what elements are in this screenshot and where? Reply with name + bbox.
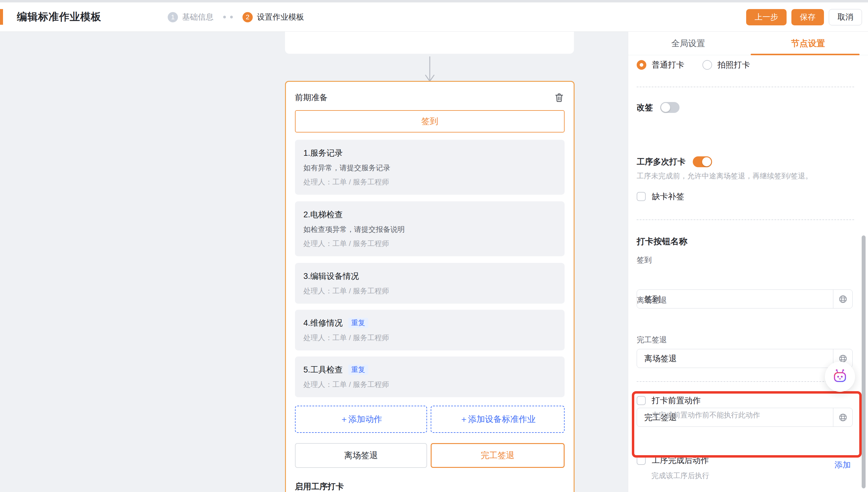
toggle-knob	[702, 157, 711, 166]
action-1-index: 1.	[304, 148, 310, 158]
action-item-4[interactable]: 4. 维修情况 重复 处理人：工单 / 服务工程师	[295, 310, 564, 350]
header-actions: 上一步 保存 取消	[746, 2, 862, 32]
action-item-3[interactable]: 3. 编辑设备情况 处理人：工单 / 服务工程师	[295, 263, 564, 304]
cancel-button[interactable]: 取消	[829, 9, 862, 25]
action-2-desc: 如检查项异常，请提交报备说明	[304, 225, 556, 234]
multi-punch-label: 工序多次打卡	[637, 156, 686, 167]
action-1-name: 服务记录	[310, 148, 343, 158]
assistant-fab[interactable]	[825, 362, 855, 392]
action-item-1[interactable]: 1. 服务记录 如有异常，请提交服务记录 处理人：工单 / 服务工程师	[295, 140, 564, 195]
signout-buttons-row: 离场签退 完工签退	[295, 443, 564, 468]
window-top-strip	[0, 0, 868, 2]
node-card-preparation[interactable]: 前期准备 签到 1. 服务记录 如有异常，请提交服务记录	[285, 81, 575, 492]
step-dots	[223, 16, 233, 18]
action-5-title-row: 5. 工具检查 重复	[304, 364, 556, 375]
field-label-leave: 离场签退	[637, 295, 854, 305]
makeup-sign-row: 缺卡补签	[637, 191, 854, 202]
action-2-title-row: 2. 电梯检查	[304, 209, 556, 220]
step-1-basic-info[interactable]: 1 基础信息	[168, 12, 213, 22]
multi-punch-desc: 工序未完成前，允许中途离场签退，再继续签到/签退。	[637, 171, 854, 181]
punch-type-radio-group: 普通打卡 拍照打卡	[637, 59, 854, 70]
post-action-label: 工序完成后动作	[652, 455, 709, 466]
multi-punch-setting-row: 工序多次打卡	[637, 156, 854, 167]
tab-global-settings-label: 全局设置	[672, 38, 705, 49]
pre-action-label: 打卡前置动作	[652, 395, 701, 406]
multi-punch-toggle[interactable]	[693, 156, 712, 167]
action-5-handler: 处理人：工单 / 服务工程师	[304, 380, 556, 389]
node-title: 前期准备	[295, 92, 327, 103]
sidebar-tabs: 全局设置 节点设置	[628, 32, 868, 55]
action-5-repeat-tag: 重复	[348, 365, 368, 375]
post-action-checkbox[interactable]	[637, 456, 646, 465]
action-1-handler: 处理人：工单 / 服务工程师	[304, 177, 556, 187]
step-indicator: 1 基础信息 2 设置作业模板	[168, 2, 304, 32]
field-label-finish: 完工签退	[637, 335, 854, 345]
action-4-handler: 处理人：工单 / 服务工程师	[304, 333, 556, 343]
post-action-desc: 完成该工序后执行	[652, 471, 854, 481]
node-footer-title: 启用工序打卡	[295, 481, 564, 492]
action-3-title-row: 3. 编辑设备情况	[304, 271, 556, 281]
action-2-index: 2.	[304, 210, 310, 219]
title-accent-bar	[0, 9, 3, 25]
step-1-circle: 1	[168, 12, 178, 22]
reissue-label: 改签	[637, 102, 653, 113]
step-2-set-template[interactable]: 2 设置作业模板	[242, 12, 304, 22]
save-button[interactable]: 保存	[791, 9, 824, 25]
tab-node-settings-label: 节点设置	[791, 38, 825, 49]
tab-node-settings[interactable]: 节点设置	[748, 32, 868, 55]
delete-node-button[interactable]	[554, 92, 564, 103]
leave-name-field	[637, 349, 852, 368]
settings-sidebar: 全局设置 节点设置 普通打卡 拍照打卡 改签 工序多次	[628, 32, 868, 492]
add-buttons-row: ＋添加动作 ＋添加设备标准作业	[295, 406, 564, 433]
trash-icon	[554, 92, 564, 103]
reissue-toggle[interactable]	[660, 102, 680, 113]
leave-signout-button[interactable]: 离场签退	[295, 443, 427, 468]
makeup-sign-checkbox[interactable]	[637, 192, 646, 201]
leave-name-input[interactable]	[637, 349, 833, 368]
radio-selected-icon	[637, 60, 646, 70]
radio-normal-punch[interactable]: 普通打卡	[637, 59, 684, 70]
action-4-name: 维修情况	[310, 318, 343, 328]
action-5-index: 5.	[304, 365, 310, 375]
action-4-repeat-tag: 重复	[348, 318, 368, 328]
pre-action-row: 打卡前置动作	[637, 395, 854, 406]
action-4-title-row: 4. 维修情况 重复	[304, 318, 556, 328]
vertical-scrollbar[interactable]	[862, 236, 866, 488]
action-item-5[interactable]: 5. 工具检查 重复 处理人：工单 / 服务工程师	[295, 356, 564, 397]
action-1-title-row: 1. 服务记录	[304, 148, 556, 158]
radio-photo-punch[interactable]: 拍照打卡	[703, 59, 750, 70]
action-2-handler: 处理人：工单 / 服务工程师	[304, 239, 556, 248]
radio-unselected-icon	[703, 60, 712, 70]
checkin-button[interactable]: 签到	[295, 110, 564, 132]
finish-signout-button[interactable]: 完工签退	[431, 443, 564, 468]
flow-canvas: 前期准备 签到 1. 服务记录 如有异常，请提交服务记录	[0, 32, 628, 492]
prev-step-button[interactable]: 上一步	[746, 9, 787, 25]
radio-photo-punch-label: 拍照打卡	[717, 59, 750, 70]
step-1-label: 基础信息	[182, 12, 213, 22]
previous-node-card-partial[interactable]	[285, 32, 574, 54]
button-names-heading: 打卡按钮名称	[637, 236, 854, 247]
step-2-circle: 2	[242, 12, 253, 22]
makeup-sign-label: 缺卡补签	[652, 191, 684, 202]
reissue-setting-row: 改签	[637, 102, 854, 113]
divider	[637, 381, 854, 382]
action-item-2[interactable]: 2. 电梯检查 如检查项异常，请提交报备说明 处理人：工单 / 服务工程师	[295, 201, 564, 256]
step-2-label: 设置作业模板	[257, 12, 304, 22]
post-action-add-link[interactable]: 添加	[835, 460, 851, 470]
action-3-name: 编辑设备情况	[310, 271, 359, 281]
action-2-name: 电梯检查	[310, 209, 343, 220]
action-1-desc: 如有异常，请提交服务记录	[304, 163, 556, 173]
post-action-row: 工序完成后动作	[637, 455, 854, 466]
page-header: 编辑标准作业模板 1 基础信息 2 设置作业模板 上一步 保存 取消	[0, 2, 868, 32]
field-label-checkin: 签到	[637, 255, 854, 265]
add-action-button[interactable]: ＋添加动作	[295, 406, 427, 433]
page-title: 编辑标准作业模板	[17, 10, 101, 24]
divider	[637, 87, 854, 87]
tab-global-settings[interactable]: 全局设置	[628, 32, 748, 55]
add-standard-job-button[interactable]: ＋添加设备标准作业	[431, 406, 564, 433]
action-4-index: 4.	[304, 318, 310, 328]
robot-icon	[831, 368, 849, 386]
pre-action-desc: 未完成前置动作前不能执行此动作	[652, 410, 854, 420]
node-card-header: 前期准备	[295, 92, 564, 103]
pre-action-checkbox[interactable]	[637, 396, 646, 405]
